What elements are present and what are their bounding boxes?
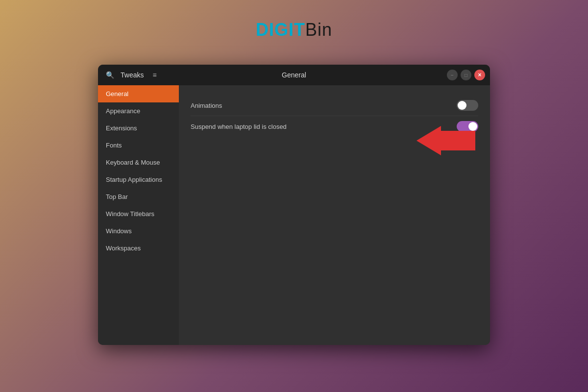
logo: DIGITBin — [256, 20, 332, 40]
maximize-button[interactable]: □ — [461, 70, 471, 80]
suspend-label: Suspend when laptop lid is closed — [191, 123, 287, 130]
sidebar-item-startup-applications[interactable]: Startup Applications — [98, 171, 179, 188]
animations-label: Animations — [191, 102, 222, 109]
logo-digit: DIGIT — [256, 20, 305, 40]
app-window: 🔍 Tweaks ≡ General − □ × General Appeara… — [98, 65, 490, 345]
sidebar-item-windows[interactable]: Windows — [98, 222, 179, 240]
sidebar: General Appearance Extensions Fonts Keyb… — [98, 85, 179, 345]
sidebar-item-extensions[interactable]: Extensions — [98, 120, 179, 137]
search-button[interactable]: 🔍 — [103, 68, 117, 82]
logo-bin: Bin — [305, 20, 332, 40]
window-title: General — [282, 71, 306, 79]
close-button[interactable]: × — [474, 70, 485, 80]
minimize-button[interactable]: − — [447, 70, 458, 80]
titlebar: 🔍 Tweaks ≡ General − □ × — [98, 65, 490, 85]
suspend-toggle-knob — [468, 122, 477, 131]
sidebar-item-appearance[interactable]: Appearance — [98, 102, 179, 120]
animations-toggle[interactable] — [457, 100, 478, 111]
app-name: Tweaks — [121, 71, 144, 79]
sidebar-item-window-titlebars[interactable]: Window Titlebars — [98, 205, 179, 222]
sidebar-item-keyboard-mouse[interactable]: Keyboard & Mouse — [98, 154, 179, 171]
animations-toggle-knob — [458, 101, 466, 110]
hamburger-button[interactable]: ≡ — [147, 68, 161, 82]
sidebar-item-workspaces[interactable]: Workspaces — [98, 240, 179, 257]
sidebar-item-general[interactable]: General — [98, 85, 179, 102]
main-content: Animations Suspend when laptop lid is cl… — [179, 85, 490, 345]
setting-row-suspend: Suspend when laptop lid is closed — [191, 116, 478, 137]
setting-row-animations: Animations — [191, 95, 478, 116]
suspend-toggle[interactable] — [457, 121, 478, 132]
sidebar-item-top-bar[interactable]: Top Bar — [98, 188, 179, 205]
sidebar-item-fonts[interactable]: Fonts — [98, 137, 179, 154]
